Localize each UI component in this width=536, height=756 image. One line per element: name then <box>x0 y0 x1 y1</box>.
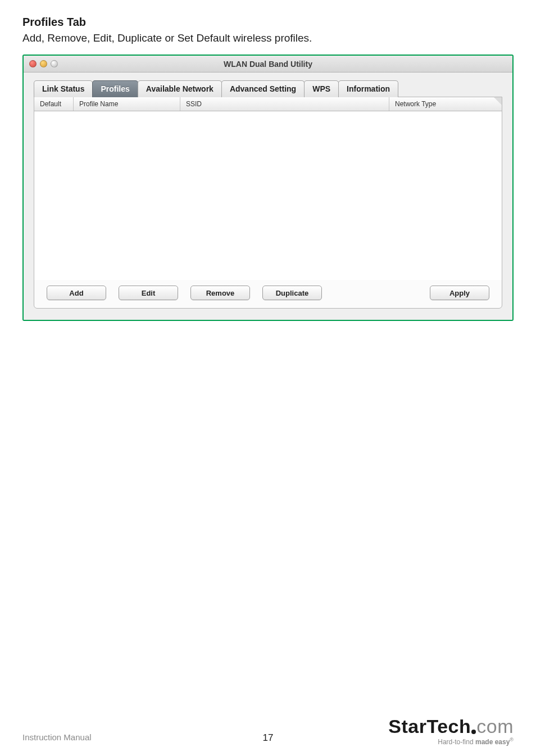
corner-notch-icon <box>494 97 502 105</box>
tab-link-status[interactable]: Link Status <box>34 80 93 97</box>
brand-logo: StarTechcom <box>388 717 514 736</box>
list-header: Default Profile Name SSID Network Type <box>34 97 502 111</box>
tab-available-network[interactable]: Available Network <box>138 80 222 97</box>
tab-panel-profiles: Default Profile Name SSID Network Type A… <box>34 97 502 309</box>
page-number: 17 <box>263 732 274 744</box>
column-network-type[interactable]: Network Type <box>389 97 502 111</box>
registered-icon: ® <box>510 737 514 743</box>
tab-information[interactable]: Information <box>338 80 398 97</box>
column-network-type-label: Network Type <box>395 100 436 108</box>
column-default[interactable]: Default <box>34 97 74 111</box>
page-footer: Instruction Manual 17 StarTechcom Hard-t… <box>22 732 514 743</box>
add-button[interactable]: Add <box>47 286 106 300</box>
title-bar: WLAN Dual Band Utility <box>24 56 512 73</box>
column-ssid[interactable]: SSID <box>180 97 389 111</box>
tagline-a: Hard-to-find <box>438 738 475 746</box>
brand-com: com <box>476 716 514 737</box>
tab-wps[interactable]: WPS <box>304 80 339 97</box>
column-profile-name[interactable]: Profile Name <box>74 97 180 111</box>
remove-button[interactable]: Remove <box>190 286 250 300</box>
brand-main: StarTech <box>388 716 471 737</box>
tab-profiles[interactable]: Profiles <box>92 80 138 97</box>
apply-button[interactable]: Apply <box>430 286 489 300</box>
section-title: Profiles Tab <box>22 16 514 29</box>
tab-strip: Link Status Profiles Available Network A… <box>34 80 502 97</box>
button-row: Add Edit Remove Duplicate Apply <box>34 280 502 300</box>
tab-advanced-setting[interactable]: Advanced Setting <box>221 80 305 97</box>
tagline-b: made easy <box>475 738 510 746</box>
profiles-list[interactable] <box>34 111 502 280</box>
section-description: Add, Remove, Edit, Duplicate or Set Defa… <box>22 32 514 44</box>
dot-icon <box>471 730 476 734</box>
duplicate-button[interactable]: Duplicate <box>262 286 322 300</box>
button-row-left: Add Edit Remove Duplicate <box>47 286 322 300</box>
brand-tagline: Hard-to-find made easy® <box>388 737 514 746</box>
edit-button[interactable]: Edit <box>119 286 178 300</box>
app-window: WLAN Dual Band Utility Link Status Profi… <box>22 55 514 321</box>
window-title: WLAN Dual Band Utility <box>24 60 512 69</box>
window-body: Link Status Profiles Available Network A… <box>24 73 512 320</box>
brand-block: StarTechcom Hard-to-find made easy® <box>388 717 514 746</box>
footer-label: Instruction Manual <box>22 732 92 742</box>
